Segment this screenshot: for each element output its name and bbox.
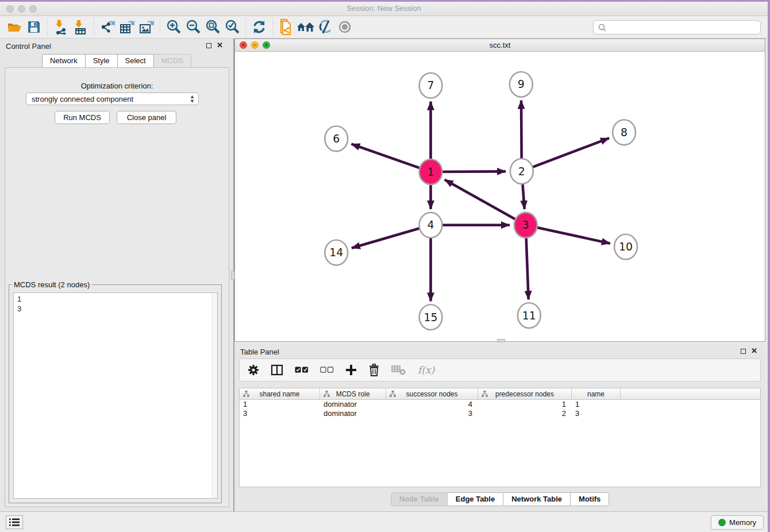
- svg-text:10: 10: [619, 240, 633, 253]
- deselect-all-icon: [320, 366, 334, 374]
- toolbar-separator: [94, 18, 94, 36]
- edge-2-8[interactable]: [532, 138, 609, 167]
- svg-text:14: 14: [329, 246, 343, 259]
- import-network-button[interactable]: [51, 18, 71, 36]
- table-row[interactable]: 3dominator323: [240, 409, 760, 418]
- home-button[interactable]: [296, 18, 315, 36]
- graph-node-3[interactable]: 3: [514, 213, 537, 238]
- network-window-titlebar: × − + scc.txt: [235, 39, 765, 52]
- edge-3-10[interactable]: [536, 228, 610, 244]
- add-column-button[interactable]: [345, 364, 357, 376]
- graph-node-15[interactable]: 15: [419, 304, 442, 330]
- select-all-icon: [295, 366, 309, 374]
- table-cell: 2: [478, 409, 572, 418]
- copy-network-button[interactable]: [276, 18, 296, 36]
- column-header-predecessor-nodes[interactable]: predecessor nodes: [478, 388, 572, 399]
- close-panel-button[interactable]: Close panel: [117, 111, 176, 124]
- export-network-button[interactable]: [98, 18, 117, 36]
- vizmapper-button[interactable]: [315, 18, 335, 36]
- graph-node-6[interactable]: 6: [325, 126, 348, 152]
- network-window: × − + scc.txt 7968124314101511: [234, 38, 765, 342]
- gear-icon: [248, 364, 259, 376]
- tab-edge-table[interactable]: Edge Table: [448, 492, 503, 506]
- edge-3-1[interactable]: [445, 180, 516, 220]
- memory-button[interactable]: Memory: [711, 515, 764, 530]
- tab-motifs[interactable]: Motifs: [571, 492, 609, 506]
- edge-1-6[interactable]: [352, 144, 421, 168]
- graph-node-2[interactable]: 2: [510, 159, 533, 184]
- zoom-out-button[interactable]: [183, 18, 203, 36]
- select-all-button[interactable]: [295, 366, 309, 374]
- delete-button[interactable]: [368, 364, 380, 376]
- table-row[interactable]: 1dominator411: [240, 400, 760, 409]
- tab-mcds[interactable]: MCDS: [154, 54, 191, 68]
- import-table-button[interactable]: [71, 18, 90, 36]
- search-box[interactable]: [593, 20, 761, 34]
- function-builder-button[interactable]: f(x): [418, 364, 434, 376]
- column-header-MCDS-role[interactable]: MCDS role: [320, 388, 386, 399]
- tab-network-table[interactable]: Network Table: [503, 492, 571, 506]
- graph-node-1[interactable]: 1: [419, 159, 442, 184]
- control-panel-tabs: NetworkStyleSelectMCDS: [0, 54, 233, 68]
- edge-3-11[interactable]: [526, 236, 529, 300]
- zoom-selected-button[interactable]: [222, 18, 242, 36]
- show-graphics-icon: [337, 20, 353, 34]
- tab-node-table[interactable]: Node Table: [391, 492, 448, 506]
- edge-4-14[interactable]: [352, 228, 420, 248]
- result-scrollbar[interactable]: [212, 293, 217, 498]
- column-header-shared-name[interactable]: shared name: [240, 388, 320, 399]
- graph-node-4[interactable]: 4: [419, 213, 442, 238]
- app-window: Session: New Session: [0, 2, 768, 532]
- gear-button[interactable]: [248, 364, 259, 376]
- tab-network[interactable]: Network: [42, 54, 86, 68]
- search-input[interactable]: [607, 23, 760, 32]
- delete-table-button[interactable]: [391, 364, 406, 376]
- graph-node-10[interactable]: 10: [614, 234, 637, 260]
- zoom-in-button[interactable]: [164, 18, 183, 36]
- task-history-button[interactable]: [6, 515, 23, 529]
- control-panel-title: Control Panel: [6, 42, 51, 51]
- open-session-button[interactable]: [5, 18, 24, 36]
- network-window-title: scc.txt: [235, 41, 765, 49]
- control-panel: Control Panel ✕ NetworkStyleSelectMCDS O…: [0, 38, 233, 511]
- zoom-fit-icon: [205, 19, 221, 35]
- mcds-result-area[interactable]: 1 3: [13, 292, 218, 499]
- deselect-all-button[interactable]: [320, 366, 334, 374]
- refresh-view-button[interactable]: [249, 18, 269, 36]
- zoom-fit-button[interactable]: [203, 18, 222, 36]
- graph-node-7[interactable]: 7: [419, 73, 442, 98]
- tab-select[interactable]: Select: [118, 54, 154, 68]
- columns-button[interactable]: [271, 364, 283, 376]
- toolbar-separator: [160, 18, 160, 36]
- save-session-button[interactable]: [24, 18, 44, 36]
- graph-node-8[interactable]: 8: [613, 120, 636, 145]
- network-canvas[interactable]: 7968124314101511: [235, 52, 765, 341]
- export-table-button[interactable]: [117, 18, 137, 36]
- node-table[interactable]: shared nameMCDS rolesuccessor nodesprede…: [239, 388, 761, 487]
- svg-text:7: 7: [428, 79, 434, 91]
- close-table-panel-icon[interactable]: ✕: [751, 346, 757, 355]
- column-header-successor-nodes[interactable]: successor nodes: [386, 388, 478, 399]
- edge-2-9[interactable]: [521, 101, 522, 161]
- float-table-panel-icon[interactable]: [741, 349, 746, 354]
- close-panel-icon[interactable]: ✕: [217, 41, 223, 49]
- export-network-icon: [99, 20, 116, 34]
- show-graphics-button[interactable]: [335, 18, 355, 36]
- network-splitter-grip[interactable]: [497, 339, 505, 342]
- export-image-button[interactable]: [137, 18, 156, 36]
- run-mcds-button[interactable]: Run MCDS: [55, 111, 110, 124]
- tab-style[interactable]: Style: [86, 54, 118, 68]
- graph-node-14[interactable]: 14: [325, 240, 348, 265]
- edge-2-3[interactable]: [522, 182, 524, 209]
- float-panel-icon[interactable]: [206, 43, 211, 48]
- edge-1-2[interactable]: [441, 171, 506, 172]
- svg-text:4: 4: [428, 218, 434, 231]
- column-header-name[interactable]: name: [572, 388, 621, 399]
- mcds-pane: Optimization criterion: strongly connect…: [5, 67, 229, 507]
- optimization-select[interactable]: strongly connected component ▲▼: [26, 92, 199, 105]
- graph-node-11[interactable]: 11: [518, 303, 541, 328]
- mcds-result-title: MCDS result (2 nodes): [12, 280, 91, 289]
- toolbar-separator: [272, 18, 273, 36]
- control-panel-header: Control Panel ✕: [0, 38, 233, 52]
- graph-node-9[interactable]: 9: [510, 72, 533, 97]
